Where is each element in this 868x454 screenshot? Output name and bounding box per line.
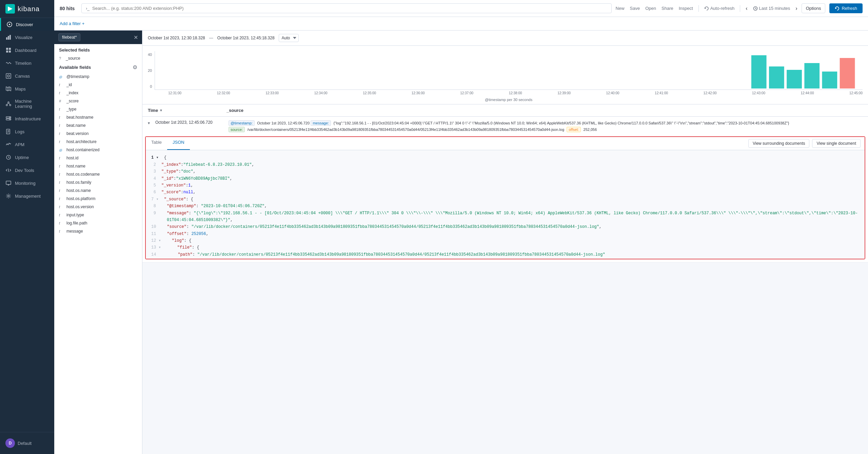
- sort-icon: ▼: [159, 108, 163, 112]
- sidebar-item-logs[interactable]: Logs: [0, 125, 54, 138]
- svg-rect-40: [787, 70, 802, 88]
- index-selector: filebeat* ✕: [54, 31, 142, 44]
- refresh-button[interactable]: Refresh: [829, 3, 863, 13]
- sidebar-item-apm[interactable]: APM: [0, 138, 54, 151]
- line-num: 10: [151, 223, 161, 230]
- time-range-display[interactable]: Last 15 minutes: [753, 6, 790, 11]
- doc-time: October 1st 2023, 12:45:06.720: [155, 120, 223, 125]
- tab-table[interactable]: Table: [146, 137, 167, 150]
- field-item[interactable]: tlog.file.path: [54, 219, 142, 227]
- sidebar-avatar-item[interactable]: D Default: [0, 435, 54, 451]
- svg-point-16: [9, 104, 11, 106]
- field-item[interactable]: tbeat.hostname: [54, 113, 142, 121]
- apm-icon: [5, 141, 12, 147]
- field-item[interactable]: ◎@timestamp: [54, 73, 142, 81]
- next-time-button[interactable]: ›: [795, 5, 797, 12]
- field-item[interactable]: #_score: [54, 97, 142, 105]
- field-item[interactable]: thost.architecture: [54, 138, 142, 146]
- new-button[interactable]: New: [616, 6, 625, 11]
- chart-inner-wrap: 12:31:00 12:32:00 12:33:00 12:34:00 12:3…: [155, 51, 863, 99]
- field-item[interactable]: thost.os.family: [54, 178, 142, 186]
- field-item[interactable]: thost.name: [54, 162, 142, 170]
- field-item[interactable]: t_type: [54, 105, 142, 113]
- sidebar-item-visualize[interactable]: Visualize: [0, 31, 54, 44]
- view-surrounding-btn[interactable]: View surrounding documents: [748, 139, 810, 148]
- fields-gear-button[interactable]: ⚙: [133, 64, 137, 71]
- inspect-button[interactable]: Inspect: [679, 6, 693, 11]
- field-item[interactable]: tmessage: [54, 227, 142, 235]
- field-item[interactable]: ◎host.containerized: [54, 146, 142, 154]
- open-button[interactable]: Open: [645, 6, 656, 11]
- x-label-4: 12:34:00: [314, 91, 328, 95]
- field-item[interactable]: thost.os.platform: [54, 195, 142, 203]
- fields-panel: filebeat* ✕ Selected fields ? _source Av…: [54, 31, 142, 454]
- close-panel-icon[interactable]: ✕: [134, 34, 138, 41]
- wave-icon: [5, 60, 12, 66]
- share-button[interactable]: Share: [662, 6, 673, 11]
- y-label-20: 20: [148, 68, 152, 73]
- field-item[interactable]: thost.os.name: [54, 186, 142, 195]
- sidebar-item-dashboard[interactable]: Dashboard: [0, 44, 54, 57]
- auto-refresh-toggle[interactable]: Auto-refresh: [704, 6, 735, 11]
- field-name: host.containerized: [66, 147, 99, 152]
- field-item[interactable]: thost.os.codename: [54, 170, 142, 178]
- chart-inner: [155, 51, 863, 90]
- sidebar-item-infrastructure[interactable]: Infrastructure: [0, 112, 54, 125]
- sidebar-item-uptime[interactable]: Uptime: [0, 151, 54, 164]
- sidebar-item-timelion[interactable]: Timelion: [0, 57, 54, 70]
- field-item[interactable]: t_id: [54, 81, 142, 89]
- field-type-indicator: t: [59, 140, 64, 144]
- svg-point-21: [9, 117, 10, 118]
- options-button[interactable]: Options: [802, 3, 826, 13]
- field-item[interactable]: thost.os.version: [54, 203, 142, 211]
- sidebar-item-monitoring[interactable]: Monitoring: [0, 177, 54, 190]
- search-input[interactable]: [92, 6, 607, 11]
- line-num: 5: [151, 182, 161, 189]
- sidebar-item-canvas[interactable]: Canvas: [0, 70, 54, 82]
- view-single-btn[interactable]: View single document: [812, 139, 861, 148]
- expand-button[interactable]: ▾: [148, 120, 150, 125]
- sidebar-item-ml[interactable]: Machine Learning: [0, 95, 54, 112]
- svg-marker-11: [6, 87, 11, 91]
- sidebar-item-label: Uptime: [15, 155, 29, 160]
- monitor-icon: [5, 180, 12, 186]
- interval-select[interactable]: Auto: [279, 34, 299, 42]
- logo: kibana: [0, 0, 54, 18]
- field-type-indicator: t: [59, 123, 64, 127]
- index-badge[interactable]: filebeat*: [58, 33, 80, 41]
- tab-json[interactable]: JSON: [167, 137, 190, 150]
- prev-time-button[interactable]: ‹: [746, 5, 747, 12]
- svg-point-22: [9, 119, 10, 120]
- doc-row-header: ▾ October 1st 2023, 12:45:06.720 @timest…: [142, 117, 868, 136]
- chart-x-axis: 12:31:00 12:32:00 12:33:00 12:34:00 12:3…: [168, 90, 863, 96]
- ml-icon: [5, 101, 12, 107]
- col-source-header: _source: [226, 108, 863, 113]
- field-list: ◎@timestampt_idt_index#_scoret_typetbeat…: [54, 73, 142, 235]
- field-item[interactable]: thost.id: [54, 154, 142, 162]
- sidebar-item-maps[interactable]: Maps: [0, 82, 54, 95]
- col-time-header[interactable]: Time ▼: [148, 108, 216, 113]
- field-item[interactable]: tbeat.version: [54, 130, 142, 138]
- field-name[interactable]: _source: [66, 56, 80, 61]
- save-button[interactable]: Save: [630, 6, 640, 11]
- line-num: 13 ▾: [151, 244, 166, 251]
- sidebar-item-devtools[interactable]: Dev Tools: [0, 164, 54, 177]
- field-item[interactable]: tinput.type: [54, 211, 142, 219]
- field-name: _type: [66, 107, 76, 112]
- svg-rect-5: [6, 48, 8, 50]
- line-num: 12 ▾: [151, 237, 166, 244]
- field-type-indicator: t: [59, 229, 64, 233]
- search-bar[interactable]: ›_: [81, 3, 611, 13]
- svg-rect-9: [6, 74, 11, 78]
- field-item[interactable]: tbeat.name: [54, 121, 142, 130]
- sidebar-item-label: Canvas: [15, 74, 30, 79]
- svg-rect-4: [9, 35, 11, 40]
- sidebar-item-label: Logs: [15, 129, 24, 134]
- add-filter-button[interactable]: Add a filter +: [60, 21, 84, 26]
- sidebar-item-label: Maps: [15, 86, 26, 92]
- sidebar-item-discover[interactable]: Discover: [0, 18, 54, 31]
- line-num: 1 ▾: [151, 154, 164, 161]
- field-type-indicator: ◎: [59, 148, 64, 152]
- field-item[interactable]: t_index: [54, 89, 142, 97]
- sidebar-item-management[interactable]: Management: [0, 190, 54, 202]
